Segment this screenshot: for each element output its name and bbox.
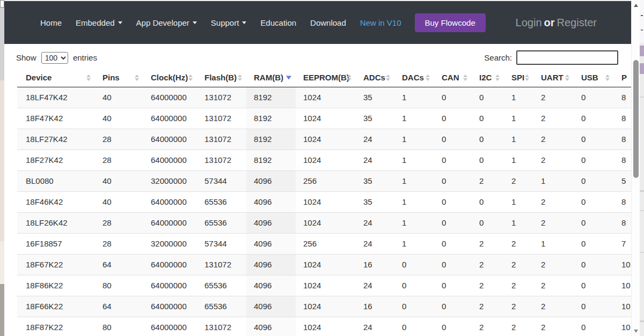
value-cell: 2 (504, 296, 533, 317)
value-cell: 32000000 (143, 234, 197, 255)
column-header-dacs[interactable]: DACs (394, 68, 434, 87)
value-cell: 2 (472, 171, 504, 192)
value-cell: 1 (533, 234, 574, 255)
value-cell: 1 (394, 213, 434, 234)
value-cell: 0 (574, 213, 614, 234)
column-header-clock-hz-[interactable]: Clock(Hz) (143, 68, 197, 87)
value-cell: 1024 (296, 150, 356, 171)
value-cell: 40 (95, 87, 143, 108)
value-cell: 24 (356, 317, 394, 336)
device-name-cell: 18F86K22 (17, 275, 95, 296)
value-cell: 80 (95, 275, 143, 296)
nav-item-download[interactable]: Download (303, 18, 353, 27)
value-cell: 4096 (246, 255, 296, 275)
dropdown-caret-icon (193, 21, 197, 24)
value-cell: 0 (434, 150, 472, 171)
value-cell: 131072 (197, 108, 246, 129)
column-header-device[interactable]: Device (17, 68, 95, 87)
value-cell: 1 (394, 171, 434, 192)
table-row-18F86K22: 18F86K2280640000006553640961024240022201… (17, 275, 640, 296)
value-cell: 256 (296, 234, 356, 255)
value-cell: 2 (472, 255, 504, 275)
show-label: Show (16, 53, 36, 62)
device-name-cell: 18F67K22 (17, 255, 95, 275)
screen: HomeEmbeddedApp DeveloperSupportEducatio… (0, 0, 644, 336)
column-header-can[interactable]: CAN (434, 68, 472, 87)
value-cell: 2 (533, 255, 574, 275)
value-cell: 24 (356, 213, 394, 234)
column-header-flash-b-[interactable]: Flash(B) (197, 68, 246, 87)
page-length-select[interactable]: 100 (41, 52, 68, 64)
value-cell: 64000000 (143, 87, 197, 108)
value-cell: 0 (434, 192, 472, 213)
device-name-cell: 18F27K42 (17, 150, 95, 171)
value-cell: 24 (356, 275, 394, 296)
value-cell: 64 (95, 255, 143, 275)
sort-both-icon (188, 74, 193, 81)
value-cell: 1 (504, 108, 533, 129)
value-cell: 1024 (296, 317, 356, 336)
nav-item-education[interactable]: Education (253, 18, 303, 27)
device-name-cell: 18F87K22 (17, 317, 95, 336)
value-cell: 80 (95, 317, 143, 336)
login-link[interactable]: Login (516, 17, 542, 28)
value-cell: 1 (394, 108, 434, 129)
value-cell: 1024 (296, 275, 356, 296)
buy-flowcode-button[interactable]: Buy Flowcode (415, 13, 486, 32)
value-cell: 1024 (296, 255, 356, 275)
value-cell: 0 (574, 171, 614, 192)
column-header-spi[interactable]: SPI (504, 68, 533, 87)
value-cell: 40 (95, 108, 143, 129)
value-cell: 131072 (197, 150, 246, 171)
register-link[interactable]: Register (557, 17, 597, 28)
nav-item-home[interactable]: Home (33, 18, 69, 27)
value-cell: 0 (472, 129, 504, 150)
sort-desc-icon (286, 76, 291, 79)
page-length-control: Show 100 entries (16, 52, 97, 64)
column-header-uart[interactable]: UART (533, 68, 574, 87)
browser-viewport: HomeEmbeddedApp DeveloperSupportEducatio… (4, 0, 640, 336)
nav-item-app-developer[interactable]: App Developer (129, 18, 204, 27)
scrollbar-up-button[interactable] (632, 1, 640, 10)
value-cell: 1024 (296, 129, 356, 150)
value-cell: 65536 (197, 296, 246, 317)
column-header-usb[interactable]: USB (574, 68, 614, 87)
value-cell: 2 (472, 234, 504, 255)
nav-item-embedded[interactable]: Embedded (69, 18, 129, 27)
value-cell: 2 (533, 317, 574, 336)
value-cell: 16 (356, 255, 394, 275)
nav-item-support[interactable]: Support (204, 18, 254, 27)
value-cell: 1 (394, 129, 434, 150)
value-cell: 2 (533, 129, 574, 150)
value-cell: 28 (95, 150, 143, 171)
value-cell: 4096 (246, 296, 296, 317)
search-input[interactable] (516, 50, 618, 65)
value-cell: 131072 (197, 317, 246, 336)
sort-both-icon (386, 74, 390, 81)
value-cell: 2 (533, 213, 574, 234)
value-cell: 2 (533, 108, 574, 129)
page-content: Show 100 entries Search: DevicePinsClock… (4, 44, 640, 336)
value-cell: 28 (95, 129, 143, 150)
value-cell: 64000000 (143, 150, 197, 171)
value-cell: 1 (394, 192, 434, 213)
vertical-scrollbar[interactable] (631, 0, 640, 336)
value-cell: 65536 (197, 213, 246, 234)
column-header-pins[interactable]: Pins (95, 68, 143, 87)
value-cell: 2 (533, 296, 574, 317)
value-cell: 256 (296, 171, 356, 192)
scrollbar-thumb[interactable] (633, 60, 639, 178)
value-cell: 1 (504, 87, 533, 108)
column-header-adcs[interactable]: ADCs (356, 68, 394, 87)
column-header-eeprom-b-[interactable]: EEPROM(B) (296, 68, 356, 87)
sort-both-icon (426, 74, 430, 81)
scrollbar-down-button[interactable] (632, 327, 640, 335)
value-cell: 24 (356, 129, 394, 150)
column-header-ram-b-[interactable]: RAM(B) (246, 68, 296, 87)
device-name-cell: 18LF26K42 (17, 213, 95, 234)
device-name-cell: 18F46K42 (17, 192, 95, 213)
column-header-i2c[interactable]: I2C (472, 68, 504, 87)
value-cell: 0 (574, 255, 614, 275)
value-cell: 64 (95, 296, 143, 317)
nav-item-new-in-v10[interactable]: New in V10 (353, 18, 408, 27)
